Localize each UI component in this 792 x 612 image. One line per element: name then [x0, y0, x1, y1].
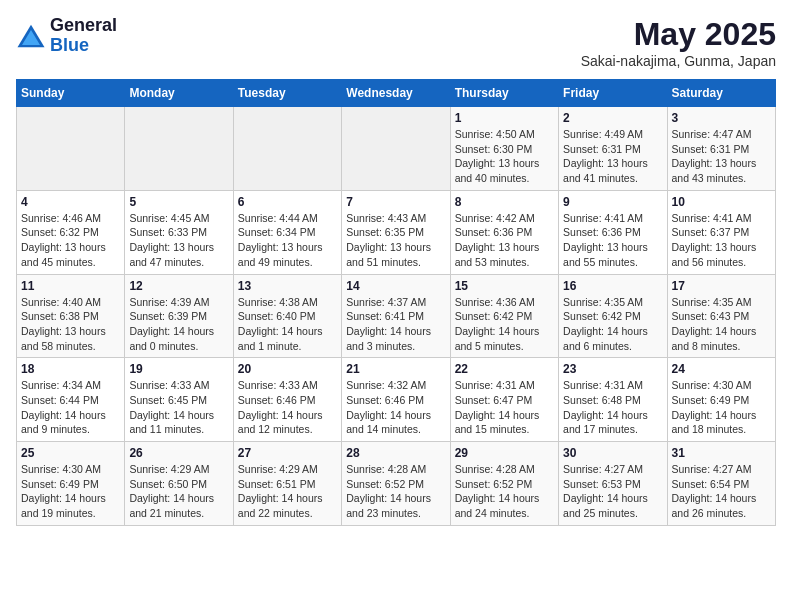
day-info: Sunrise: 4:44 AM Sunset: 6:34 PM Dayligh…: [238, 211, 337, 270]
day-number: 18: [21, 362, 120, 376]
day-info: Sunrise: 4:34 AM Sunset: 6:44 PM Dayligh…: [21, 378, 120, 437]
day-info: Sunrise: 4:32 AM Sunset: 6:46 PM Dayligh…: [346, 378, 445, 437]
table-cell: 5Sunrise: 4:45 AM Sunset: 6:33 PM Daylig…: [125, 190, 233, 274]
day-info: Sunrise: 4:43 AM Sunset: 6:35 PM Dayligh…: [346, 211, 445, 270]
page-header: General Blue May 2025 Sakai-nakajima, Gu…: [16, 16, 776, 69]
weekday-header-monday: Monday: [125, 80, 233, 107]
table-cell: 21Sunrise: 4:32 AM Sunset: 6:46 PM Dayli…: [342, 358, 450, 442]
day-number: 27: [238, 446, 337, 460]
day-number: 24: [672, 362, 771, 376]
day-number: 22: [455, 362, 554, 376]
table-cell: 13Sunrise: 4:38 AM Sunset: 6:40 PM Dayli…: [233, 274, 341, 358]
day-info: Sunrise: 4:35 AM Sunset: 6:42 PM Dayligh…: [563, 295, 662, 354]
week-row-2: 4Sunrise: 4:46 AM Sunset: 6:32 PM Daylig…: [17, 190, 776, 274]
table-cell: 12Sunrise: 4:39 AM Sunset: 6:39 PM Dayli…: [125, 274, 233, 358]
day-number: 1: [455, 111, 554, 125]
day-number: 9: [563, 195, 662, 209]
table-cell: 1Sunrise: 4:50 AM Sunset: 6:30 PM Daylig…: [450, 107, 558, 191]
table-cell: 24Sunrise: 4:30 AM Sunset: 6:49 PM Dayli…: [667, 358, 775, 442]
day-info: Sunrise: 4:38 AM Sunset: 6:40 PM Dayligh…: [238, 295, 337, 354]
day-number: 6: [238, 195, 337, 209]
table-cell: 3Sunrise: 4:47 AM Sunset: 6:31 PM Daylig…: [667, 107, 775, 191]
table-cell: [17, 107, 125, 191]
day-info: Sunrise: 4:45 AM Sunset: 6:33 PM Dayligh…: [129, 211, 228, 270]
day-info: Sunrise: 4:28 AM Sunset: 6:52 PM Dayligh…: [455, 462, 554, 521]
table-cell: 15Sunrise: 4:36 AM Sunset: 6:42 PM Dayli…: [450, 274, 558, 358]
day-info: Sunrise: 4:29 AM Sunset: 6:51 PM Dayligh…: [238, 462, 337, 521]
table-cell: 31Sunrise: 4:27 AM Sunset: 6:54 PM Dayli…: [667, 442, 775, 526]
table-cell: 6Sunrise: 4:44 AM Sunset: 6:34 PM Daylig…: [233, 190, 341, 274]
day-info: Sunrise: 4:41 AM Sunset: 6:37 PM Dayligh…: [672, 211, 771, 270]
day-info: Sunrise: 4:27 AM Sunset: 6:53 PM Dayligh…: [563, 462, 662, 521]
weekday-header-thursday: Thursday: [450, 80, 558, 107]
weekday-header-wednesday: Wednesday: [342, 80, 450, 107]
day-number: 21: [346, 362, 445, 376]
table-cell: 20Sunrise: 4:33 AM Sunset: 6:46 PM Dayli…: [233, 358, 341, 442]
table-cell: 16Sunrise: 4:35 AM Sunset: 6:42 PM Dayli…: [559, 274, 667, 358]
day-info: Sunrise: 4:36 AM Sunset: 6:42 PM Dayligh…: [455, 295, 554, 354]
day-info: Sunrise: 4:27 AM Sunset: 6:54 PM Dayligh…: [672, 462, 771, 521]
table-cell: 14Sunrise: 4:37 AM Sunset: 6:41 PM Dayli…: [342, 274, 450, 358]
day-number: 4: [21, 195, 120, 209]
day-number: 20: [238, 362, 337, 376]
table-cell: 8Sunrise: 4:42 AM Sunset: 6:36 PM Daylig…: [450, 190, 558, 274]
week-row-1: 1Sunrise: 4:50 AM Sunset: 6:30 PM Daylig…: [17, 107, 776, 191]
table-cell: 17Sunrise: 4:35 AM Sunset: 6:43 PM Dayli…: [667, 274, 775, 358]
weekday-header-sunday: Sunday: [17, 80, 125, 107]
table-cell: 27Sunrise: 4:29 AM Sunset: 6:51 PM Dayli…: [233, 442, 341, 526]
table-cell: 25Sunrise: 4:30 AM Sunset: 6:49 PM Dayli…: [17, 442, 125, 526]
day-info: Sunrise: 4:31 AM Sunset: 6:48 PM Dayligh…: [563, 378, 662, 437]
day-info: Sunrise: 4:29 AM Sunset: 6:50 PM Dayligh…: [129, 462, 228, 521]
day-info: Sunrise: 4:28 AM Sunset: 6:52 PM Dayligh…: [346, 462, 445, 521]
title-block: May 2025 Sakai-nakajima, Gunma, Japan: [581, 16, 776, 69]
day-info: Sunrise: 4:42 AM Sunset: 6:36 PM Dayligh…: [455, 211, 554, 270]
month-title: May 2025: [581, 16, 776, 53]
table-cell: 10Sunrise: 4:41 AM Sunset: 6:37 PM Dayli…: [667, 190, 775, 274]
weekday-header-friday: Friday: [559, 80, 667, 107]
day-number: 29: [455, 446, 554, 460]
table-cell: 29Sunrise: 4:28 AM Sunset: 6:52 PM Dayli…: [450, 442, 558, 526]
weekday-header-saturday: Saturday: [667, 80, 775, 107]
table-cell: 30Sunrise: 4:27 AM Sunset: 6:53 PM Dayli…: [559, 442, 667, 526]
table-cell: 18Sunrise: 4:34 AM Sunset: 6:44 PM Dayli…: [17, 358, 125, 442]
day-number: 17: [672, 279, 771, 293]
day-info: Sunrise: 4:33 AM Sunset: 6:45 PM Dayligh…: [129, 378, 228, 437]
day-number: 12: [129, 279, 228, 293]
day-info: Sunrise: 4:47 AM Sunset: 6:31 PM Dayligh…: [672, 127, 771, 186]
day-info: Sunrise: 4:30 AM Sunset: 6:49 PM Dayligh…: [672, 378, 771, 437]
day-info: Sunrise: 4:31 AM Sunset: 6:47 PM Dayligh…: [455, 378, 554, 437]
day-number: 11: [21, 279, 120, 293]
table-cell: 2Sunrise: 4:49 AM Sunset: 6:31 PM Daylig…: [559, 107, 667, 191]
day-number: 8: [455, 195, 554, 209]
logo-text: General Blue: [50, 16, 117, 56]
weekday-header-row: SundayMondayTuesdayWednesdayThursdayFrid…: [17, 80, 776, 107]
week-row-5: 25Sunrise: 4:30 AM Sunset: 6:49 PM Dayli…: [17, 442, 776, 526]
day-info: Sunrise: 4:49 AM Sunset: 6:31 PM Dayligh…: [563, 127, 662, 186]
day-number: 5: [129, 195, 228, 209]
table-cell: 19Sunrise: 4:33 AM Sunset: 6:45 PM Dayli…: [125, 358, 233, 442]
day-info: Sunrise: 4:30 AM Sunset: 6:49 PM Dayligh…: [21, 462, 120, 521]
table-cell: 7Sunrise: 4:43 AM Sunset: 6:35 PM Daylig…: [342, 190, 450, 274]
day-number: 3: [672, 111, 771, 125]
day-number: 30: [563, 446, 662, 460]
day-number: 26: [129, 446, 228, 460]
table-cell: 4Sunrise: 4:46 AM Sunset: 6:32 PM Daylig…: [17, 190, 125, 274]
table-cell: [125, 107, 233, 191]
table-cell: [233, 107, 341, 191]
weekday-header-tuesday: Tuesday: [233, 80, 341, 107]
week-row-4: 18Sunrise: 4:34 AM Sunset: 6:44 PM Dayli…: [17, 358, 776, 442]
week-row-3: 11Sunrise: 4:40 AM Sunset: 6:38 PM Dayli…: [17, 274, 776, 358]
table-cell: [342, 107, 450, 191]
table-cell: 9Sunrise: 4:41 AM Sunset: 6:36 PM Daylig…: [559, 190, 667, 274]
day-number: 31: [672, 446, 771, 460]
day-number: 13: [238, 279, 337, 293]
day-info: Sunrise: 4:35 AM Sunset: 6:43 PM Dayligh…: [672, 295, 771, 354]
day-info: Sunrise: 4:39 AM Sunset: 6:39 PM Dayligh…: [129, 295, 228, 354]
day-number: 15: [455, 279, 554, 293]
day-info: Sunrise: 4:50 AM Sunset: 6:30 PM Dayligh…: [455, 127, 554, 186]
logo: General Blue: [16, 16, 117, 56]
calendar-table: SundayMondayTuesdayWednesdayThursdayFrid…: [16, 79, 776, 526]
day-info: Sunrise: 4:37 AM Sunset: 6:41 PM Dayligh…: [346, 295, 445, 354]
day-number: 14: [346, 279, 445, 293]
day-info: Sunrise: 4:46 AM Sunset: 6:32 PM Dayligh…: [21, 211, 120, 270]
